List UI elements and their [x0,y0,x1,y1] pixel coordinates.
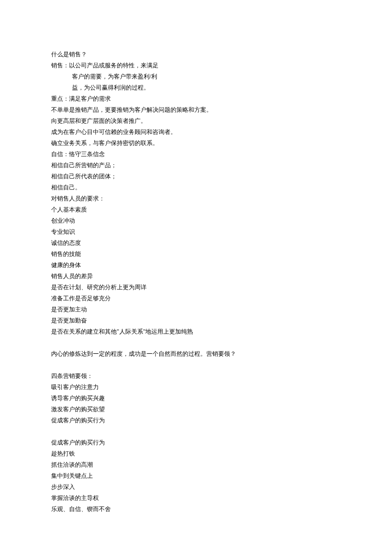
text-line: 是否更加勤奋 [51,315,341,326]
text-line: 向更高层和更广层面的决策者推广。 [51,116,341,127]
text-line: 销售的技能 [51,249,341,260]
text-line: 抓住洽谈的高潮 [51,459,341,471]
text-line: 成为在客户心目中可信赖的业务顾问和咨询者。 [51,127,341,138]
text-line: 乐观、自信、锲而不舍 [51,504,341,515]
text-line: 相信自己所代表的团体； [51,171,341,182]
text-line: 诱导客户的购买兴趣 [51,393,341,404]
text-line: 对销售人员的要求： [51,193,341,204]
text-line: 健康的身体 [51,260,341,271]
text-line: 个人基本素质 [51,204,341,215]
text-line: 重点：满足客户的需求 [51,93,341,105]
text-line: 集中到关键点上 [51,471,341,482]
document-content: 什么是销售？销售：以公司产品或服务的特性，来满足客户的需要，为客户带来盈利/利益… [51,49,341,515]
text-line: 是否在关系的建立和其他"人际关系"地运用上更加纯熟 [51,326,341,337]
blank-line [51,426,341,437]
text-line: 客户的需要，为客户带来盈利/利 [51,71,341,82]
blank-line [51,360,341,371]
text-line: 趁热打铁 [51,448,341,459]
text-line: 相信自己。 [51,182,341,193]
text-line: 步步深入 [51,482,341,493]
text-line: 掌握洽谈的主导权 [51,493,341,504]
text-line: 吸引客户的注意力 [51,382,341,393]
text-line: 销售：以公司产品或服务的特性，来满足 [51,60,341,71]
text-line: 是否在计划、研究的分析上更为周详 [51,282,341,293]
text-line: 诚信的态度 [51,238,341,249]
text-line: 准备工作是否足够充分 [51,293,341,304]
text-line: 内心的修炼达到一定的程度，成功是一个自然而然的过程。营销要领？ [51,349,341,360]
text-line: 什么是销售？ [51,49,341,60]
text-line: 四条营销要领： [51,371,341,382]
document-page: 什么是销售？销售：以公司产品或服务的特性，来满足客户的需要，为客户带来盈利/利益… [0,0,392,555]
text-line: 专业知识 [51,227,341,238]
text-line: 确立业务关系，与客户保持密切的联系。 [51,138,341,149]
text-line: 销售人员的差异 [51,271,341,282]
text-line: 是否更加主动 [51,304,341,315]
text-line: 创业冲动 [51,215,341,227]
text-line: 促成客户的购买行为 [51,437,341,448]
text-line: 促成客户的购买行为 [51,415,341,426]
text-line: 益，为公司赢得利润的过程。 [51,82,341,93]
text-line: 自信：恪守三条信念 [51,149,341,160]
text-line: 不单单是推销产品，更要推销为客户解决问题的策略和方案。 [51,105,341,116]
text-line: 激发客户的购买欲望 [51,404,341,415]
blank-line [51,337,341,349]
text-line: 相信自己所营销的产品； [51,160,341,171]
